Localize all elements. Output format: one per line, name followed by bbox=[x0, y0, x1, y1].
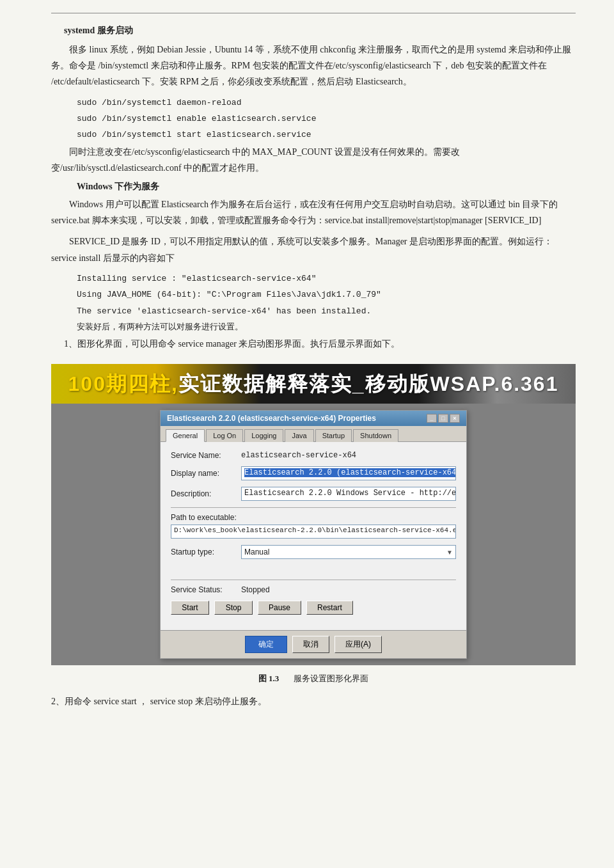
install-line-2: Using JAVA_HOME (64-bit): "C:\Program Fi… bbox=[77, 287, 576, 302]
maximize-button[interactable]: □ bbox=[438, 414, 448, 423]
service-name-label: Service Name: bbox=[171, 451, 241, 460]
restart-button[interactable]: Restart bbox=[306, 601, 353, 615]
service-name-value: elasticsearch-service-x64 bbox=[241, 451, 356, 460]
path-value: D:\work\es_book\elasticsearch-2.2.0\bin\… bbox=[174, 526, 456, 534]
close-button[interactable]: × bbox=[450, 414, 460, 423]
display-name-label: Display name: bbox=[171, 469, 241, 478]
tab-startup[interactable]: Startup bbox=[315, 429, 352, 442]
minimize-button[interactable]: _ bbox=[427, 414, 437, 423]
display-name-value: Elasticsearch 2.2.0 (elasticsearch-servi… bbox=[244, 468, 456, 477]
service-buttons: Start Stop Pause Restart bbox=[171, 601, 456, 615]
start-button[interactable]: Start bbox=[171, 601, 209, 615]
pause-button[interactable]: Pause bbox=[258, 601, 301, 615]
confirm-button[interactable]: 确定 bbox=[245, 636, 287, 653]
step-1: 1、图形化界面，可以用命令 service manager 来启动图形界面。执行… bbox=[64, 336, 576, 352]
banner-white-text: 实证数据解释落实_移动版WSAP.6.361 bbox=[178, 372, 559, 396]
banner-gold-text: 100期四柱, bbox=[68, 372, 178, 396]
paragraph-1: 很多 linux 系统，例如 Debian Jessie，Ubuntu 14 等… bbox=[51, 42, 576, 90]
dialog-body: Service Name: elasticsearch-service-x64 … bbox=[161, 442, 466, 630]
startup-type-row: Startup type: Manual ▼ bbox=[171, 545, 456, 559]
apply-button[interactable]: 应用(A) bbox=[335, 636, 382, 653]
service-status-value: Stopped bbox=[241, 585, 270, 594]
install-line-4: 安装好后，有两种方法可以对服务进行设置。 bbox=[77, 320, 576, 335]
service-name-row: Service Name: elasticsearch-service-x64 bbox=[171, 451, 456, 460]
step-2: 2、用命令 service start ， service stop 来启动停止… bbox=[51, 693, 576, 709]
service-status-label: Service Status: bbox=[171, 585, 241, 594]
divider-1 bbox=[171, 507, 456, 508]
startup-type-value: Manual bbox=[244, 548, 269, 556]
tab-general[interactable]: General bbox=[166, 429, 205, 442]
tab-logon[interactable]: Log On bbox=[206, 429, 243, 442]
install-line-1: Installing service : "elasticsearch-serv… bbox=[77, 271, 576, 286]
startup-type-select[interactable]: Manual ▼ bbox=[241, 545, 456, 559]
description-value: Elasticsearch 2.2.0 Windows Service - ht… bbox=[244, 489, 456, 498]
command-1: sudo /bin/systemctl daemon-reload bbox=[77, 95, 576, 110]
service-dialog: Elasticsearch 2.2.0 (elasticsearch-servi… bbox=[160, 410, 467, 659]
install-line-3: The service 'elasticsearch-service-x64' … bbox=[77, 304, 576, 319]
path-input[interactable]: D:\work\es_book\elasticsearch-2.2.0\bin\… bbox=[171, 525, 456, 539]
dialog-titlebar: Elasticsearch 2.2.0 (elasticsearch-servi… bbox=[161, 411, 466, 426]
subsection-windows: Windows 下作为服务 bbox=[77, 181, 576, 193]
service-status-row: Service Status: Stopped bbox=[171, 585, 456, 594]
chevron-down-icon: ▼ bbox=[446, 549, 453, 556]
paragraph-4: SERVICE_ID 是服务 ID，可以不用指定用默认的值，系统可以安装多个服务… bbox=[51, 233, 576, 265]
path-label: Path to executable: bbox=[171, 513, 456, 522]
figure-caption: 图 1.3 服务设置图形化界面 bbox=[51, 673, 576, 684]
paragraph-3: Windows 用户可以配置 Elasticsearch 作为服务在后台运行，或… bbox=[51, 196, 576, 228]
figure-label: 服务设置图形化界面 bbox=[294, 674, 368, 683]
top-divider bbox=[51, 13, 576, 13]
display-name-input[interactable]: Elasticsearch 2.2.0 (elasticsearch-servi… bbox=[241, 466, 456, 480]
description-label: Description: bbox=[171, 489, 241, 498]
dialog-footer: 确定 取消 应用(A) bbox=[161, 630, 466, 658]
dialog-title: Elasticsearch 2.2.0 (elasticsearch-servi… bbox=[167, 414, 376, 423]
description-input[interactable]: Elasticsearch 2.2.0 Windows Service - ht… bbox=[241, 487, 456, 501]
display-name-row: Display name: Elasticsearch 2.2.0 (elast… bbox=[171, 466, 456, 480]
tab-logging[interactable]: Logging bbox=[244, 429, 283, 442]
section-title: systemd 服务启动 bbox=[64, 25, 576, 36]
cancel-button[interactable]: 取消 bbox=[292, 636, 329, 653]
tab-java[interactable]: Java bbox=[285, 429, 313, 442]
dialog-tabs: General Log On Logging Java Startup Shut… bbox=[161, 426, 466, 442]
banner-text: 100期四柱,实证数据解释落实_移动版WSAP.6.361 bbox=[58, 372, 569, 396]
startup-type-label: Startup type: bbox=[171, 548, 241, 556]
tab-shutdown[interactable]: Shutdown bbox=[353, 429, 398, 442]
path-section: Path to executable: D:\work\es_book\elas… bbox=[171, 513, 456, 539]
description-row: Description: Elasticsearch 2.2.0 Windows… bbox=[171, 487, 456, 501]
figure-number: 图 1.3 bbox=[258, 674, 279, 683]
page-content: systemd 服务启动 很多 linux 系统，例如 Debian Jessi… bbox=[0, 0, 614, 868]
titlebar-buttons[interactable]: _ □ × bbox=[427, 414, 460, 423]
promotional-banner: 100期四柱,实证数据解释落实_移动版WSAP.6.361 bbox=[51, 364, 576, 404]
divider-2 bbox=[171, 580, 456, 580]
stop-button[interactable]: Stop bbox=[214, 601, 253, 615]
command-3: sudo /bin/systemctl start elasticsearch.… bbox=[77, 127, 576, 142]
paragraph-2: 同时注意改变在/etc/sysconfig/elasticsearch 中的 M… bbox=[51, 144, 576, 176]
command-2: sudo /bin/systemctl enable elasticsearch… bbox=[77, 111, 576, 126]
